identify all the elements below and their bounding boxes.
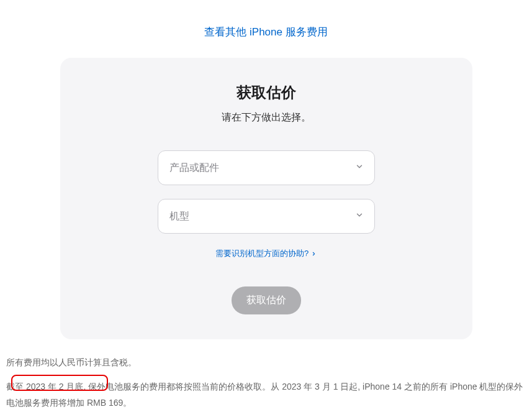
footer-line-2: 截至 2023 年 2 月底, 保外电池服务的费用都将按照当前的价格收取。从 2… — [6, 378, 526, 411]
footer-notes: 所有费用均以人民币计算且含税。 截至 2023 年 2 月底, 保外电池服务的费… — [0, 339, 532, 411]
help-link-label: 需要识别机型方面的协助? — [215, 248, 309, 259]
estimate-card: 获取估价 请在下方做出选择。 产品或配件 机型 需要识别机型方面的协助? 获取估… — [60, 58, 472, 339]
chevron-right-icon — [311, 249, 317, 259]
footer-line-1: 所有费用均以人民币计算且含税。 — [6, 354, 526, 371]
model-select[interactable]: 机型 — [158, 199, 375, 234]
identify-model-help-link[interactable]: 需要识别机型方面的协助? — [215, 248, 317, 259]
view-other-services-link[interactable]: 查看其他 iPhone 服务费用 — [204, 26, 327, 38]
product-select[interactable]: 产品或配件 — [158, 150, 375, 185]
get-estimate-button[interactable]: 获取估价 — [232, 286, 301, 314]
card-title: 获取估价 — [91, 83, 441, 103]
card-subtitle: 请在下方做出选择。 — [91, 111, 441, 124]
